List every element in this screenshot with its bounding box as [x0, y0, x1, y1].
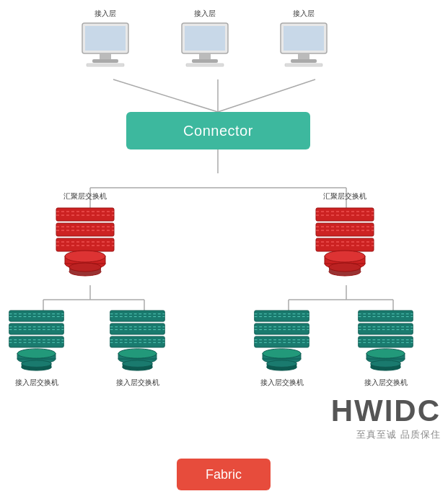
- green-server-3: 接入层交换机: [251, 307, 312, 388]
- svg-point-56: [325, 251, 365, 262]
- computer-1: 接入层: [79, 9, 131, 67]
- svg-rect-96: [255, 337, 309, 347]
- green-server-3-icon: [251, 307, 312, 376]
- computer-2: 接入层: [179, 9, 231, 67]
- svg-line-0: [113, 79, 218, 112]
- svg-rect-28: [291, 59, 317, 63]
- watermark-title: HWIDC: [331, 394, 441, 428]
- green-server-3-label: 接入层交换机: [260, 378, 304, 388]
- svg-rect-60: [9, 311, 64, 321]
- svg-rect-108: [359, 324, 413, 334]
- green-server-4-label: 接入层交换机: [364, 378, 408, 388]
- svg-point-119: [371, 360, 401, 367]
- svg-point-86: [118, 349, 157, 358]
- green-server-2-icon: [107, 307, 168, 376]
- svg-rect-33: [56, 223, 114, 236]
- watermark-subtitle: 至真至诚 品质保住: [331, 428, 441, 441]
- svg-rect-26: [284, 26, 324, 51]
- computer-3: 接入层: [278, 9, 330, 67]
- svg-rect-66: [9, 337, 64, 347]
- fabric-button[interactable]: Fabric: [177, 459, 271, 490]
- computer-2-label: 接入层: [194, 9, 216, 19]
- svg-rect-29: [285, 64, 322, 66]
- svg-point-104: [267, 360, 297, 367]
- svg-rect-75: [110, 311, 165, 321]
- red-server-2: 汇聚层交换机: [312, 191, 377, 277]
- red-server-1-label: 汇聚层交换机: [63, 191, 107, 201]
- svg-point-74: [22, 360, 52, 367]
- svg-rect-111: [359, 337, 413, 347]
- svg-rect-81: [110, 337, 165, 347]
- svg-rect-27: [298, 53, 309, 59]
- green-server-4: 接入层交换机: [355, 307, 416, 388]
- svg-rect-63: [9, 324, 64, 334]
- svg-rect-36: [56, 238, 114, 251]
- svg-rect-30: [56, 208, 114, 221]
- connector-label: Connector: [183, 123, 253, 139]
- svg-rect-78: [110, 324, 165, 334]
- svg-rect-22: [199, 53, 211, 59]
- svg-rect-93: [255, 324, 309, 334]
- red-server-2-icon: [312, 204, 377, 277]
- green-server-2-label: 接入层交换机: [116, 378, 159, 388]
- svg-point-44: [69, 263, 101, 272]
- green-server-4-icon: [355, 307, 416, 376]
- svg-rect-16: [85, 26, 126, 51]
- svg-point-101: [263, 349, 301, 358]
- computer-1-label: 接入层: [95, 9, 116, 19]
- green-server-1: 接入层交换机: [6, 307, 67, 388]
- fabric-label: Fabric: [206, 467, 242, 482]
- red-server-2-label: 汇聚层交换机: [323, 191, 366, 201]
- computer-3-label: 接入层: [293, 9, 315, 19]
- svg-rect-21: [185, 26, 225, 51]
- computer-1-icon: [79, 20, 131, 67]
- svg-rect-51: [316, 238, 374, 251]
- green-server-1-label: 接入层交换机: [15, 378, 58, 388]
- connector-button[interactable]: Connector: [126, 112, 310, 149]
- svg-rect-105: [359, 311, 413, 321]
- diagram-container: 接入层 接入层 接入层: [0, 0, 448, 499]
- svg-rect-24: [186, 64, 224, 66]
- green-server-1-icon: [6, 307, 67, 376]
- svg-point-71: [17, 349, 56, 358]
- svg-rect-18: [92, 59, 118, 63]
- svg-rect-17: [100, 53, 111, 59]
- svg-rect-23: [192, 59, 218, 63]
- svg-point-89: [123, 360, 153, 367]
- computer-2-icon: [179, 20, 231, 67]
- svg-rect-48: [316, 223, 374, 236]
- red-server-1: 汇聚层交换机: [53, 191, 118, 277]
- svg-rect-45: [316, 208, 374, 221]
- svg-point-41: [65, 251, 105, 262]
- watermark: HWIDC 至真至诚 品质保住: [331, 394, 441, 441]
- svg-point-116: [366, 349, 405, 358]
- computer-3-icon: [278, 20, 330, 67]
- svg-rect-19: [87, 64, 124, 66]
- red-server-1-icon: [53, 204, 118, 277]
- green-server-2: 接入层交换机: [107, 307, 168, 388]
- svg-point-59: [329, 263, 361, 272]
- svg-line-2: [218, 79, 315, 112]
- svg-rect-90: [255, 311, 309, 321]
